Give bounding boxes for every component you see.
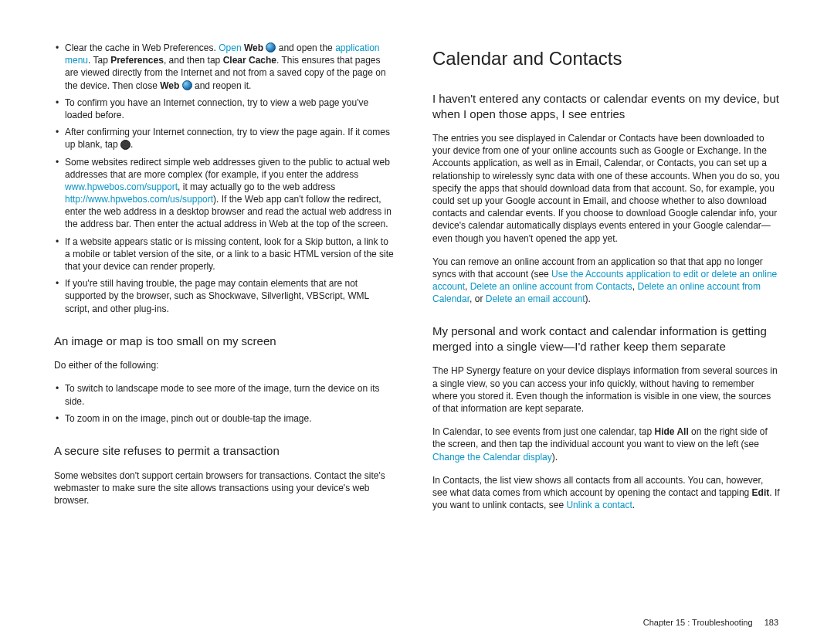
body-text: Some websites don't support certain brow…	[54, 469, 394, 507]
section-heading: I haven't entered any contacts or calend…	[432, 91, 780, 121]
body-text: In Contacts, the list view shows all con…	[432, 474, 780, 512]
right-column: Calendar and Contacts I haven't entered …	[417, 42, 803, 629]
list-item: Clear the cache in Web Preferences. Open…	[54, 42, 394, 92]
section-heading: My personal and work contact and calenda…	[432, 324, 780, 354]
list-item: To confirm you have an Internet connecti…	[54, 97, 394, 121]
web-icon	[182, 80, 192, 90]
chapter-label: Chapter 15 : Troubleshooting	[643, 618, 753, 627]
delete-email-link[interactable]: Delete an email account	[486, 293, 585, 304]
refresh-icon	[120, 140, 131, 150]
page-footer: Chapter 15 : Troubleshooting 183	[643, 618, 778, 627]
bullet-list-1: Clear the cache in Web Preferences. Open…	[54, 42, 394, 315]
list-item: If you're still having trouble, the page…	[54, 277, 394, 315]
document-page: Clear the cache in Web Preferences. Open…	[0, 0, 834, 644]
page-number: 183	[764, 618, 778, 627]
left-column: Clear the cache in Web Preferences. Open…	[31, 42, 417, 629]
bullet-list-2: To switch to landscape mode to see more …	[54, 382, 394, 425]
section-heading: An image or map is too small on my scree…	[54, 334, 394, 349]
change-calendar-link[interactable]: Change the Calendar display	[432, 452, 552, 463]
delete-contacts-link[interactable]: Delete an online account from Contacts	[470, 281, 632, 292]
web-icon	[266, 42, 276, 53]
body-text: The HP Synergy feature on your device di…	[432, 364, 780, 415]
chapter-heading: Calendar and Contacts	[432, 48, 780, 69]
unlink-contact-link[interactable]: Unlink a contact	[566, 500, 632, 510]
url-link[interactable]: http://www.hpwebos.com/us/support	[65, 194, 213, 205]
body-text: Do either of the following:	[54, 359, 394, 371]
list-item: Some websites redirect simple web addres…	[54, 156, 394, 231]
list-item: To zoom in on the image, pinch out or do…	[54, 412, 394, 425]
open-link[interactable]: Open	[219, 42, 241, 53]
url-link[interactable]: www.hpwebos.com/support	[65, 181, 178, 192]
body-text: The entries you see displayed in Calenda…	[432, 132, 780, 245]
section-heading: A secure site refuses to permit a transa…	[54, 443, 394, 459]
list-item: After confirming your Internet connectio…	[54, 126, 394, 151]
body-text: You can remove an online account from an…	[432, 256, 780, 306]
list-item: To switch to landscape mode to see more …	[54, 382, 394, 407]
list-item: If a website appears static or is missin…	[54, 236, 394, 273]
body-text: In Calendar, to see events from just one…	[432, 425, 780, 463]
